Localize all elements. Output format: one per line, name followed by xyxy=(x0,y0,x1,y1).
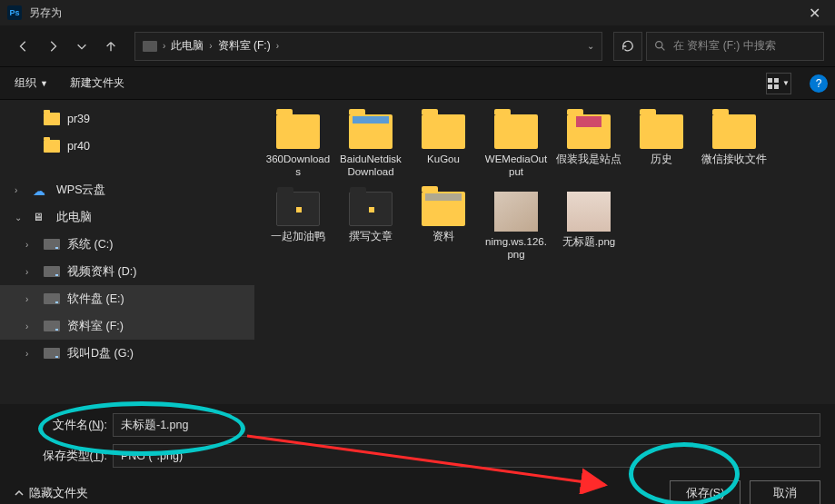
tree-drive-g[interactable]: ›我叫D盘 (G:) xyxy=(0,340,254,367)
drive-icon xyxy=(143,41,157,52)
tree-pr39[interactable]: pr39 xyxy=(0,105,254,133)
tree-this-pc[interactable]: ⌄此电脑 xyxy=(0,203,254,231)
drive-icon xyxy=(44,266,60,277)
filetype-label: 保存类型(T): xyxy=(15,449,113,464)
help-button[interactable]: ? xyxy=(810,74,828,93)
folder-item[interactable]: WEMediaOutput xyxy=(480,111,552,183)
filename-input[interactable]: 未标题-1.png xyxy=(113,413,820,437)
folder-item[interactable]: BaiduNetdiskDownload xyxy=(334,111,407,183)
crumb-thispc[interactable]: 此电脑 xyxy=(171,38,204,54)
svg-rect-2 xyxy=(774,78,779,83)
folder-item[interactable]: 一起加油鸭 xyxy=(262,188,334,265)
chevron-right-icon: › xyxy=(163,41,165,51)
new-folder-button[interactable]: 新建文件夹 xyxy=(70,75,124,91)
search-input[interactable]: 在 资料室 (F:) 中搜索 xyxy=(646,32,824,61)
hide-folders-toggle[interactable]: 隐藏文件夹 xyxy=(15,486,88,501)
chevron-up-icon xyxy=(15,489,24,498)
window-title: 另存为 xyxy=(29,5,62,21)
tree-drive-c[interactable]: ›系统 (C:) xyxy=(0,231,254,258)
svg-rect-4 xyxy=(774,84,779,89)
view-mode-button[interactable]: ▼ xyxy=(766,73,791,94)
drive-icon xyxy=(44,239,60,250)
svg-point-0 xyxy=(656,42,662,48)
pc-icon xyxy=(33,211,49,223)
search-placeholder: 在 资料室 (F:) 中搜索 xyxy=(673,38,776,54)
search-icon xyxy=(654,40,666,52)
cancel-button[interactable]: 取消 xyxy=(750,480,820,504)
chevron-right-icon: › xyxy=(276,41,279,51)
folder-icon xyxy=(44,140,60,153)
recent-dropdown[interactable] xyxy=(69,34,94,59)
cloud-icon xyxy=(33,183,49,196)
toolbar: 组织▼ 新建文件夹 ▼ ? xyxy=(0,67,835,100)
up-button[interactable] xyxy=(98,34,124,59)
folder-item[interactable]: KuGou xyxy=(407,111,480,183)
folder-item[interactable]: 历史 xyxy=(625,111,698,183)
png-file-item[interactable]: 无标题.png xyxy=(552,188,625,265)
nav-bar: › 此电脑 › 资料室 (F:) › ⌄ 在 资料室 (F:) 中搜索 xyxy=(0,25,835,67)
folder-icon xyxy=(44,113,60,125)
drive-icon xyxy=(44,293,60,304)
bottom-panel: 文件名(N): 未标题-1.png 保存类型(T): PNG (*.png) 隐… xyxy=(0,404,835,504)
sidebar-tree: pr39 pr40 ›WPS云盘 ⌄此电脑 ›系统 (C:) ›视频资料 (D:… xyxy=(0,100,254,404)
chevron-right-icon: › xyxy=(209,41,212,51)
png-file-item[interactable]: nimg.ws.126.png xyxy=(480,188,552,265)
tree-drive-f[interactable]: ›资料室 (F:) xyxy=(0,312,254,340)
filetype-select[interactable]: PNG (*.png) xyxy=(113,444,820,468)
chevron-down-icon[interactable]: ⌄ xyxy=(587,41,594,51)
tree-pr40[interactable]: pr40 xyxy=(0,133,254,160)
save-button[interactable]: 保存(S) xyxy=(670,480,741,504)
refresh-button[interactable] xyxy=(613,32,642,61)
svg-rect-1 xyxy=(768,78,772,83)
file-grid: 360Downloads BaiduNetdiskDownload KuGou … xyxy=(254,100,835,404)
filename-label: 文件名(N): xyxy=(15,418,113,433)
folder-item[interactable]: 撰写文章 xyxy=(334,188,407,265)
crumb-drive-f[interactable]: 资料室 (F:) xyxy=(218,38,271,54)
close-button[interactable]: ✕ xyxy=(801,5,828,22)
photoshop-icon: Ps xyxy=(7,5,22,20)
svg-rect-3 xyxy=(768,84,772,89)
back-button[interactable] xyxy=(11,34,36,59)
folder-item[interactable]: 360Downloads xyxy=(262,111,334,183)
folder-item[interactable]: 假装我是站点 xyxy=(552,111,625,183)
main-area: pr39 pr40 ›WPS云盘 ⌄此电脑 ›系统 (C:) ›视频资料 (D:… xyxy=(0,100,835,404)
drive-icon xyxy=(44,321,60,331)
drive-icon xyxy=(44,348,60,359)
titlebar: Ps 另存为 ✕ xyxy=(0,0,835,25)
breadcrumb-bar[interactable]: › 此电脑 › 资料室 (F:) › ⌄ xyxy=(134,32,602,61)
forward-button[interactable] xyxy=(40,34,65,59)
tree-wps-cloud[interactable]: ›WPS云盘 xyxy=(0,176,254,203)
folder-item[interactable]: 资料 xyxy=(407,188,480,265)
tree-drive-e[interactable]: ›软件盘 (E:) xyxy=(0,285,254,312)
folder-item[interactable]: 微信接收文件 xyxy=(698,111,770,183)
tree-drive-d[interactable]: ›视频资料 (D:) xyxy=(0,258,254,285)
organize-menu[interactable]: 组织▼ xyxy=(15,75,48,91)
